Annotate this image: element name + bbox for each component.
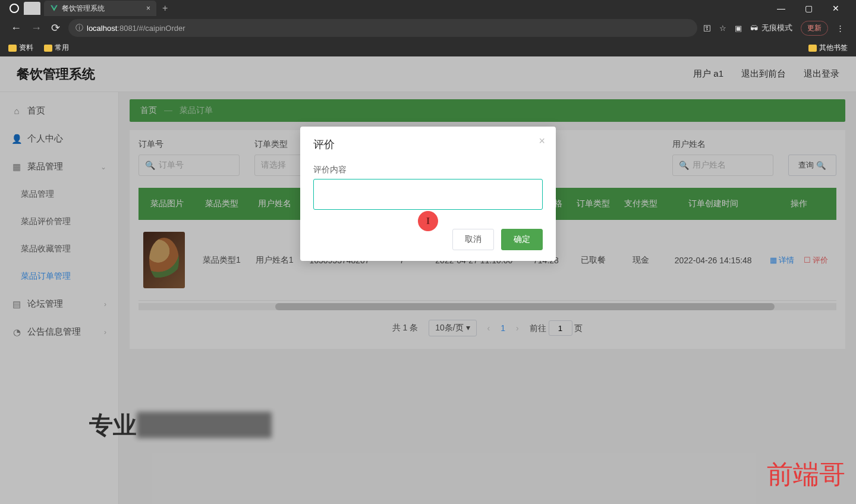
folder-icon (44, 45, 52, 52)
modal-field-label: 评价内容 (313, 165, 543, 175)
incognito-indicator: 🕶 无痕模式 (750, 23, 792, 33)
review-modal: 评价 × 评价内容 取消 确定 (300, 127, 556, 261)
tab-title: 餐饮管理系统 (62, 4, 105, 14)
ok-button[interactable]: 确定 (501, 229, 543, 250)
review-textarea[interactable] (313, 179, 543, 210)
other-bookmarks[interactable]: 其他书签 (808, 43, 848, 53)
window-close-icon[interactable]: ✕ (827, 4, 844, 13)
folder-icon (808, 45, 817, 52)
blank-tab[interactable] (24, 2, 40, 15)
url-host: localhost (87, 24, 117, 33)
text-cursor-indicator: I (418, 211, 438, 231)
address-bar[interactable]: ⓘ localhost:8081/#/caipinOrder (68, 19, 697, 37)
modal-close-icon[interactable]: × (539, 135, 545, 147)
nav-reload-icon[interactable]: ⟳ (51, 21, 60, 34)
browser-menu-icon[interactable]: ⋮ (836, 24, 844, 33)
tab-close-icon[interactable]: × (146, 4, 150, 12)
site-info-icon[interactable]: ⓘ (75, 23, 83, 33)
bookmark-item[interactable]: 资料 (8, 43, 33, 53)
panel-icon[interactable]: ▣ (735, 24, 742, 33)
watermark-right: 前端哥 (767, 457, 845, 492)
browser-tab[interactable]: 餐饮管理系统 × (44, 1, 156, 16)
nav-back-icon[interactable]: ← (11, 22, 21, 34)
browser-icon (10, 4, 19, 13)
new-tab-button[interactable]: + (162, 3, 168, 14)
window-minimize-icon[interactable]: — (773, 4, 789, 13)
modal-title: 评价 (313, 137, 543, 152)
modal-mask[interactable] (0, 56, 856, 504)
star-icon[interactable]: ☆ (719, 24, 726, 33)
incognito-icon: 🕶 (750, 24, 758, 33)
folder-icon (8, 45, 17, 52)
vue-icon (50, 4, 58, 12)
window-maximize-icon[interactable]: ▢ (800, 4, 817, 13)
bookmark-item[interactable]: 常用 (44, 43, 69, 53)
cancel-button[interactable]: 取消 (452, 229, 494, 250)
key-icon[interactable]: ⚿ (703, 24, 711, 33)
browser-update-button[interactable]: 更新 (801, 21, 828, 36)
nav-forward-icon[interactable]: → (31, 22, 42, 34)
